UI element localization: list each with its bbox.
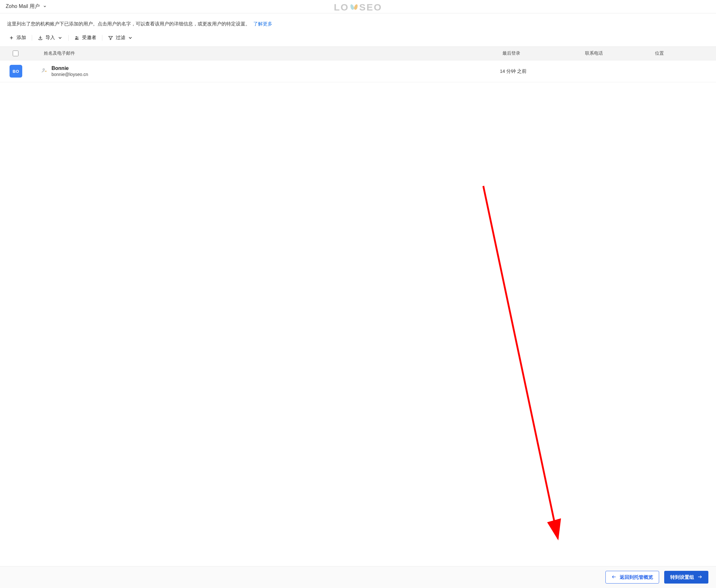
chevron-down-icon — [43, 4, 47, 9]
toolbar-separator — [102, 35, 102, 41]
toolbar-separator — [68, 35, 69, 41]
user-avatar: BO — [9, 65, 22, 78]
intro-text-block: 这里列出了您的机构账户下已添加的用户。点击用户的名字，可以查看该用户的详细信息，… — [0, 13, 716, 28]
add-label: 添加 — [17, 35, 26, 41]
table-header-row: 姓名及电子邮件 最后登录 联系电话 位置 — [0, 46, 716, 60]
chevron-down-icon — [128, 35, 133, 40]
toolbar-separator — [32, 35, 32, 41]
users-icon — [75, 35, 80, 40]
invitee-button[interactable]: 受邀者 — [75, 35, 96, 41]
back-button-label: 返回到托管概览 — [620, 574, 653, 580]
svg-point-5 — [43, 69, 44, 70]
svg-line-7 — [483, 186, 558, 539]
user-email: bonnie@loyseo.cn — [51, 72, 88, 77]
plus-icon — [9, 35, 14, 40]
next-button-label: 转到设置组 — [670, 574, 694, 580]
col-phone: 联系电话 — [583, 50, 652, 56]
add-button[interactable]: 添加 — [9, 35, 26, 41]
table-row[interactable]: BO Bonnie bonnie@loyseo.cn 14 分钟 之前 — [0, 60, 716, 82]
page-title: Zoho Mail 用户 — [6, 3, 40, 10]
page-title-dropdown[interactable]: Zoho Mail 用户 — [6, 3, 47, 10]
chevron-down-icon — [58, 35, 63, 40]
invitee-label: 受邀者 — [82, 35, 96, 41]
col-location: 位置 — [652, 50, 716, 56]
svg-marker-4 — [109, 36, 112, 40]
col-name-email: 姓名及电子邮件 — [41, 50, 500, 56]
cell-last-login: 14 分钟 之前 — [500, 68, 583, 75]
annotation-arrow-icon — [0, 82, 716, 566]
import-label: 导入 — [45, 35, 55, 41]
back-button[interactable]: 返回到托管概览 — [605, 571, 659, 584]
svg-point-2 — [76, 36, 77, 38]
import-button[interactable]: 导入 — [38, 35, 63, 41]
user-name: Bonnie — [51, 65, 88, 71]
filter-label: 过滤 — [116, 35, 125, 41]
select-all-checkbox[interactable] — [13, 50, 18, 56]
watermark-logo: LOSEO — [334, 2, 382, 13]
footer-bar: 返回到托管概览 转到设置组 — [0, 566, 716, 588]
arrow-left-icon — [611, 574, 616, 580]
intro-text: 这里列出了您的机构账户下已添加的用户。点击用户的名字，可以查看该用户的详细信息，… — [7, 21, 250, 26]
col-last-login: 最后登录 — [500, 50, 583, 56]
svg-point-3 — [77, 37, 78, 38]
learn-more-link[interactable]: 了解更多 — [253, 21, 272, 26]
toolbar: 添加 导入 受邀者 过滤 — [0, 28, 716, 46]
filter-button[interactable]: 过滤 — [108, 35, 133, 41]
main-area — [0, 82, 716, 566]
page-header: Zoho Mail 用户 LOSEO — [0, 0, 716, 13]
user-admin-icon — [41, 68, 47, 75]
next-button[interactable]: 转到设置组 — [664, 571, 708, 584]
filter-icon — [108, 35, 113, 40]
download-icon — [38, 35, 43, 40]
arrow-right-icon — [697, 574, 702, 580]
